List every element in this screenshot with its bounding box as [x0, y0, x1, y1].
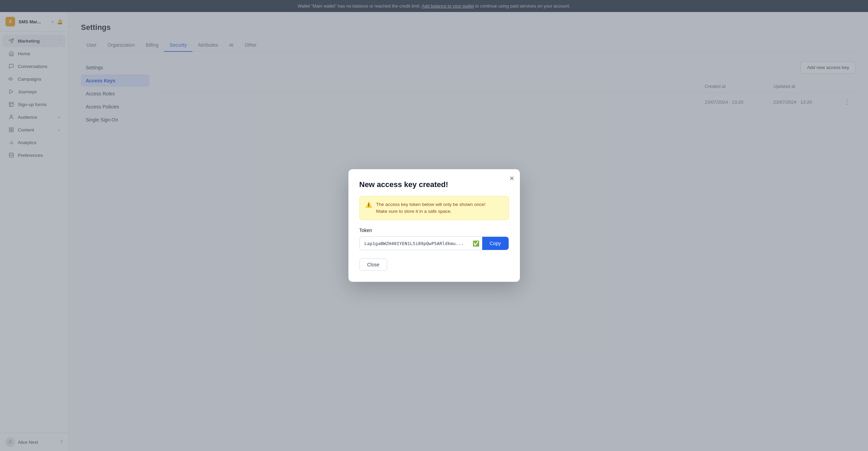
modal: ✕ New access key created! ⚠️ The access …	[348, 169, 520, 282]
modal-close-action-button[interactable]: Close	[359, 258, 388, 271]
modal-warning-text: The access key token below will only be …	[376, 201, 486, 215]
modal-warning-box: ⚠️ The access key token below will only …	[359, 196, 509, 220]
token-input[interactable]	[360, 237, 470, 250]
modal-title: New access key created!	[359, 180, 509, 189]
modal-overlay: ✕ New access key created! ⚠️ The access …	[69, 12, 868, 451]
warning-triangle-icon: ⚠️	[365, 201, 372, 215]
token-input-row: ✅ Copy	[359, 236, 509, 250]
copy-token-button[interactable]: Copy	[482, 237, 509, 250]
modal-close-button[interactable]: ✕	[509, 175, 514, 182]
modal-footer: Close	[359, 258, 509, 271]
token-label: Token	[359, 228, 509, 233]
warning-line2: Make sure to store it in a safe space.	[376, 208, 486, 215]
main-content: Settings User Organization Billing Secur…	[69, 12, 868, 451]
token-check-icon: ✅	[470, 240, 482, 247]
warning-line1: The access key token below will only be …	[376, 201, 486, 208]
